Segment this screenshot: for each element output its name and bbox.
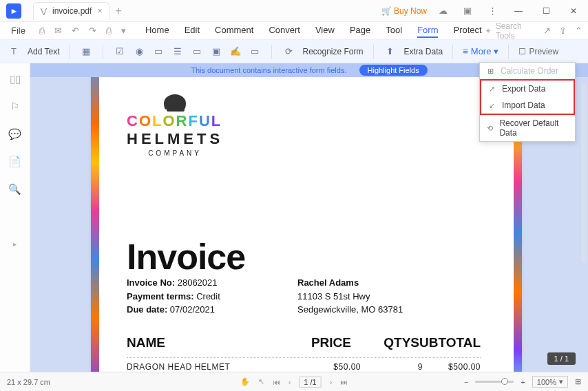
highlight-fields-button[interactable]: Highlight Fields — [359, 65, 428, 76]
tab-badge-icon: ⋁ — [41, 7, 47, 16]
collapse-ribbon-icon[interactable]: ⌃ — [575, 25, 582, 36]
maximize-button[interactable]: ☐ — [536, 6, 556, 16]
form-align-icon[interactable]: ▦ — [79, 45, 93, 59]
list-icon: ≡ — [463, 46, 468, 56]
external-link-icon[interactable]: ↗ — [543, 25, 551, 36]
thumbnails-icon[interactable]: ▯▯ — [10, 73, 21, 85]
logo-company: COMPANY — [127, 149, 223, 157]
page-indicator-badge: 1 / 1 — [547, 352, 576, 365]
logo-colorful: COLORFUL — [127, 112, 223, 130]
zoom-level-select[interactable]: 100% ▾ — [532, 376, 568, 388]
tab-edit[interactable]: Edit — [185, 23, 200, 38]
calculate-order-item: ⊞ Calculate Order — [480, 63, 575, 79]
cloud-icon[interactable]: ☁ — [434, 6, 452, 16]
select-tool-icon[interactable]: ↖ — [258, 377, 264, 386]
invoice-table-header: NAME PRICE QTY SUBTOTAL — [127, 335, 481, 350]
new-tab-button[interactable]: + — [115, 5, 121, 17]
attachments-icon[interactable]: 📄 — [8, 156, 21, 168]
menu-tabs: Home Edit Comment Convert View Page Tool… — [145, 23, 482, 38]
minimize-button[interactable]: — — [508, 6, 529, 16]
import-data-item[interactable]: ↙ Import Data — [481, 97, 574, 114]
close-tab-icon[interactable]: × — [97, 6, 102, 16]
decorative-stripe-left — [91, 65, 99, 372]
search-tools-placeholder: Search Tools — [496, 21, 532, 41]
zoom-in-icon[interactable]: + — [521, 378, 525, 386]
first-page-icon[interactable]: ⏮ — [273, 378, 280, 386]
invoice-heading: Invoice — [127, 236, 245, 277]
kebab-menu-icon[interactable]: ⋮ — [483, 6, 501, 16]
listbox-field-icon[interactable]: ☰ — [171, 45, 185, 59]
invoice-meta: Invoice No: 28062021 Payment terms: Cred… — [127, 276, 220, 317]
logo-helmets: HELMETS — [127, 130, 223, 148]
app-icon: ▸ — [0, 3, 28, 19]
calc-icon: ⊞ — [485, 66, 495, 76]
menubar: File ⎙ ✉ ↶ ↷ ⎙ ▾ Home Edit Comment Conve… — [0, 22, 588, 40]
tab-convert[interactable]: Convert — [269, 23, 300, 38]
tab-comment[interactable]: Comment — [215, 23, 253, 38]
expand-sidebar-icon[interactable]: ▸ — [13, 240, 17, 248]
more-dropdown: ⊞ Calculate Order ↗ Export Data ↙ Import… — [479, 62, 576, 142]
tab-protect[interactable]: Protect — [453, 23, 481, 38]
preview-toggle[interactable]: ☐ Preview — [518, 47, 558, 56]
extra-data-button[interactable]: ⬆ Extra Data — [384, 45, 443, 59]
text-icon: T — [7, 45, 21, 59]
recover-default-item[interactable]: ⟲ Recover Default Data — [480, 115, 575, 141]
history-dropdown-icon[interactable]: ▾ — [121, 25, 126, 36]
signature-field-icon[interactable]: ✍ — [229, 45, 242, 59]
redo-icon[interactable]: ↷ — [89, 25, 96, 36]
recover-icon: ⟲ — [485, 123, 494, 133]
more-button[interactable]: ≡ More ▾ — [463, 46, 498, 56]
tab-page[interactable]: Page — [350, 23, 370, 38]
fit-view-icon[interactable]: ⊞ — [575, 377, 581, 386]
image-field-icon[interactable]: ▣ — [209, 45, 223, 59]
export-data-item[interactable]: ↗ Export Data — [481, 81, 574, 97]
checkbox-field-icon[interactable]: ☑ — [113, 45, 127, 59]
date-field-icon[interactable]: ▭ — [248, 45, 262, 59]
share-icon[interactable]: ⇪ — [559, 25, 567, 36]
upload-icon: ⬆ — [384, 45, 397, 59]
pdf-page: COLORFUL HELMETS COMPANY Invoice Invoice… — [91, 65, 522, 372]
helmet-icon — [164, 94, 186, 109]
company-logo: COLORFUL HELMETS COMPANY — [127, 94, 223, 157]
undo-icon[interactable]: ↶ — [72, 25, 79, 36]
combobox-field-icon[interactable]: ▭ — [151, 45, 165, 59]
close-window-button[interactable]: ✕ — [563, 6, 584, 16]
search-tools[interactable]: ✦ Search Tools — [485, 21, 532, 41]
statusbar: 21 x 29.7 cm ✋ ↖ ⏮ ‹ 1 /1 › ⏭ − + 100% ▾… — [0, 372, 588, 391]
vertical-scrollbar[interactable] — [581, 84, 587, 263]
recognize-icon: ⟳ — [282, 45, 295, 59]
button-field-icon[interactable]: ▭ — [190, 45, 204, 59]
chevron-down-icon: ▾ — [559, 377, 563, 386]
page-number-input[interactable]: 1 /1 — [299, 377, 321, 388]
zoom-slider[interactable] — [475, 381, 514, 383]
search-panel-icon[interactable]: 🔍 — [8, 183, 21, 196]
checkbox-icon: ☐ — [518, 47, 526, 56]
buy-now-button[interactable]: 🛒 Buy Now — [381, 6, 427, 16]
radio-field-icon[interactable]: ◉ — [132, 45, 146, 59]
prev-page-icon[interactable]: ‹ — [288, 378, 291, 386]
tab-tool[interactable]: Tool — [386, 23, 402, 38]
file-menu[interactable]: File — [6, 25, 31, 36]
comments-icon[interactable]: 💬 — [8, 128, 21, 140]
last-page-icon[interactable]: ⏭ — [340, 378, 348, 386]
form-toolbar: T Add Text ▦ ☑ ◉ ▭ ☰ ▭ ▣ ✍ ▭ ⟳ Recognize… — [0, 40, 588, 63]
mail-icon[interactable]: ✉ — [54, 25, 62, 36]
left-sidebar: ▯▯ ⚐ 💬 📄 🔍 ▸ — [0, 63, 30, 372]
notification-icon[interactable]: ▣ — [459, 6, 476, 16]
add-text-tool[interactable]: T Add Text — [7, 45, 59, 59]
tab-home[interactable]: Home — [145, 23, 169, 38]
tab-view[interactable]: View — [315, 23, 335, 38]
document-tab[interactable]: ⋁ invoice.pdf × — [33, 2, 109, 20]
titlebar: ▸ ⋁ invoice.pdf × + 🛒 Buy Now ☁ ▣ ⋮ — ☐ … — [0, 0, 588, 22]
hand-tool-icon[interactable]: ✋ — [240, 377, 250, 386]
bookmarks-icon[interactable]: ⚐ — [10, 101, 19, 113]
zoom-out-icon[interactable]: − — [464, 378, 468, 386]
print-icon[interactable]: ⎙ — [106, 25, 112, 36]
tab-form[interactable]: Form — [417, 23, 438, 38]
import-icon: ↙ — [487, 101, 496, 110]
next-page-icon[interactable]: › — [330, 378, 333, 386]
save-icon[interactable]: ⎙ — [39, 25, 45, 36]
chevron-down-icon: ▾ — [494, 46, 498, 56]
recognize-form-button[interactable]: ⟳ Recognize Form — [282, 45, 363, 59]
banner-text: This document contains interactive form … — [191, 66, 346, 74]
